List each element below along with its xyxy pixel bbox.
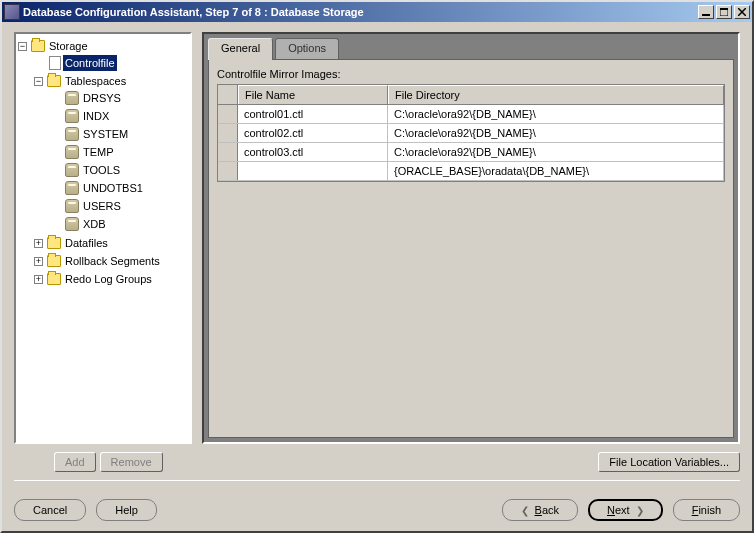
expand-icon[interactable]: + [34,257,43,266]
svg-rect-2 [720,8,728,10]
tree-node-tablespaces[interactable]: − Tablespaces [34,73,188,89]
remove-button[interactable]: Remove [100,452,163,472]
tab-body-general: Controlfile Mirror Images: File Name Fil… [208,59,734,438]
tree-node-system[interactable]: SYSTEM [50,126,188,142]
tree-node-temp[interactable]: TEMP [50,144,188,160]
folder-icon [47,273,61,285]
col-file-name[interactable]: File Name [238,85,388,104]
tablespace-icon [65,217,79,231]
tree-node-users[interactable]: USERS [50,198,188,214]
controlfile-grid[interactable]: File Name File Directory control01.ctl C… [217,84,725,182]
chevron-left-icon: ❮ [521,505,529,516]
tree-node-xdb[interactable]: XDB [50,216,188,232]
table-row[interactable]: control03.ctl C:\oracle\ora92\{DB_NAME}\ [218,143,724,162]
mirror-images-label: Controlfile Mirror Images: [217,68,725,80]
row-header-blank [218,85,238,104]
grid-header: File Name File Directory [218,85,724,105]
tablespace-icon [65,145,79,159]
maximize-button[interactable] [716,5,732,19]
storage-tree[interactable]: − Storage Controlfile [14,32,192,444]
file-icon [49,56,61,70]
tablespace-icon [65,199,79,213]
main-panel: − Storage Controlfile [14,32,740,444]
table-row[interactable]: control02.ctl C:\oracle\ora92\{DB_NAME}\ [218,124,724,143]
folder-icon [47,237,61,249]
detail-panel: General Options Controlfile Mirror Image… [202,32,740,444]
wizard-nav: Cancel Help ❮Back Next❯ Finish [2,499,752,531]
tree-node-rollback[interactable]: + Rollback Segments [34,253,188,269]
app-icon [4,4,20,20]
main-window: Database Configuration Assistant, Step 7… [0,0,754,533]
expand-icon[interactable]: + [34,239,43,248]
tab-options[interactable]: Options [275,38,339,60]
finish-button[interactable]: Finish [673,499,740,521]
expand-icon[interactable]: + [34,275,43,284]
svg-rect-0 [702,14,710,16]
tree-node-controlfile[interactable]: Controlfile [34,55,188,71]
tree-node-tools[interactable]: TOOLS [50,162,188,178]
tree-node-undotbs1[interactable]: UNDOTBS1 [50,180,188,196]
tree-node-datafiles[interactable]: + Datafiles [34,235,188,251]
help-button[interactable]: Help [96,499,157,521]
collapse-icon[interactable]: − [18,42,27,51]
table-row[interactable]: control01.ctl C:\oracle\ora92\{DB_NAME}\ [218,105,724,124]
tree-node-redo[interactable]: + Redo Log Groups [34,271,188,287]
tablespace-icon [65,109,79,123]
tablespace-icon [65,163,79,177]
chevron-right-icon: ❯ [636,505,644,516]
file-location-variables-button[interactable]: File Location Variables... [598,452,740,472]
action-row: Add Remove File Location Variables... [14,444,740,472]
title-bar[interactable]: Database Configuration Assistant, Step 7… [2,2,752,22]
next-button[interactable]: Next❯ [588,499,663,521]
window-title: Database Configuration Assistant, Step 7… [23,6,696,18]
collapse-icon[interactable]: − [34,77,43,86]
back-button[interactable]: ❮Back [502,499,578,521]
folder-icon [47,75,61,87]
table-row[interactable]: {ORACLE_BASE}\oradata\{DB_NAME}\ [218,162,724,181]
close-button[interactable] [734,5,750,19]
tabs: General Options [208,38,734,60]
folder-icon [31,40,45,52]
folder-icon [47,255,61,267]
tablespace-icon [65,127,79,141]
tree-node-indx[interactable]: INDX [50,108,188,124]
tablespace-icon [65,181,79,195]
col-file-directory[interactable]: File Directory [388,85,724,104]
tab-general[interactable]: General [208,38,273,60]
cancel-button[interactable]: Cancel [14,499,86,521]
tree-node-storage[interactable]: − Storage [18,38,188,54]
content-area: − Storage Controlfile [2,22,752,499]
add-button[interactable]: Add [54,452,96,472]
tablespace-icon [65,91,79,105]
separator [14,480,740,481]
minimize-button[interactable] [698,5,714,19]
tree-node-drsys[interactable]: DRSYS [50,90,188,106]
